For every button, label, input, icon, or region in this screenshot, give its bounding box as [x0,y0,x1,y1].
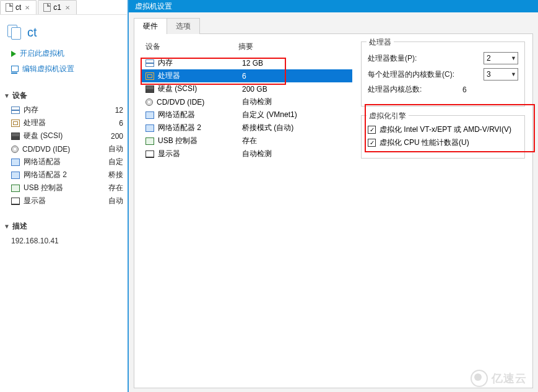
vm-icon [7,25,22,40]
tab-c1[interactable]: c1 ✕ [38,0,77,14]
description-section-header[interactable]: ▼ 描述 [0,207,127,234]
device-label: 处理器 [24,118,115,128]
cpu-icon [11,120,20,127]
section-title: 设备 [12,90,27,101]
close-icon[interactable]: ✕ [24,4,31,11]
start-vm-action[interactable]: 开启此虚拟机 [0,46,127,61]
edit-vm-action[interactable]: 编辑虚拟机设置 [0,61,127,77]
settings-panel: 设备 摘要 内存12 GB处理器6硬盘 (SCSI)200 GBCD/DVD (… [134,33,533,388]
description-text: 192.168.10.41 [0,234,127,245]
tab-hardware[interactable]: 硬件 [134,19,167,34]
device-row[interactable]: 网络适配器 2桥接 [4,168,123,181]
device-summary: 自动检测 [242,149,272,159]
vt-checkbox-row[interactable]: ✓ 虚拟化 Intel VT-x/EPT 或 AMD-V/RVI(V) [368,124,518,135]
cd-icon [145,98,153,106]
device-summary: 自定义 (VMnet1) [242,110,297,120]
action-label: 编辑虚拟机设置 [22,64,74,74]
tab-options[interactable]: 选项 [167,19,199,34]
checkbox-icon: ✓ [368,126,376,134]
device-label: CD/DVD (IDE) [22,145,105,154]
device-label: 硬盘 (SCSI) [158,84,197,94]
device-table-row[interactable]: USB 控制器存在 [142,134,352,147]
device-value: 桥接 [108,170,123,180]
net-icon [145,124,154,132]
device-list: 内存12处理器6硬盘 (SCSI)200CD/DVD (IDE)自动网络适配器自… [0,103,127,207]
disp-icon [11,198,20,205]
device-value: 6 [119,119,123,128]
device-table-body: 内存12 GB处理器6硬盘 (SCSI)200 GBCD/DVD (IDE)自动… [142,56,352,160]
usb-icon [11,185,20,192]
cd-icon [11,146,19,153]
vm-settings-dialog: 虚拟机设置 硬件 选项 设备 摘要 内存12 GB处理器6硬盘 (SCSI)20… [128,0,538,392]
device-label: 处理器 [158,71,180,81]
perf-checkbox-row[interactable]: ✓ 虚拟化 CPU 性能计数器(U) [368,137,518,148]
processor-count-select[interactable]: 2 ▼ [484,52,518,64]
action-label: 开启此虚拟机 [20,48,64,59]
play-icon [11,51,16,57]
device-row[interactable]: CD/DVD (IDE)自动 [4,142,123,155]
select-value: 2 [487,54,491,63]
tab-ct[interactable]: ct ✕ [0,0,37,14]
device-table-row[interactable]: 处理器6 [142,69,352,82]
device-value: 200 [111,132,123,141]
document-icon [43,3,51,12]
device-label: USB 控制器 [158,136,197,146]
section-title: 描述 [12,221,27,232]
mem-icon [11,107,20,114]
device-table-row[interactable]: 网络适配器自定义 (VMnet1) [142,108,352,121]
device-table-row[interactable]: 显示器自动检测 [142,147,352,160]
checkbox-label: 虚拟化 CPU 性能计数器(U) [380,137,469,148]
device-row[interactable]: 网络适配器自定 [4,155,123,168]
device-label: USB 控制器 [24,183,105,193]
disp-icon [145,150,154,158]
device-summary: 200 GB [242,85,267,94]
cores-per-processor-row: 每个处理器的内核数量(C): 3 ▼ [368,68,518,81]
library-panel: ct ✕ c1 ✕ ct 开启此虚拟机 编辑虚拟机设置 ▼ 设备 内存12处理器… [0,0,127,392]
net-icon [11,159,20,166]
device-summary: 12 GB [242,59,263,68]
device-label: CD/DVD (IDE) [157,98,204,107]
device-row[interactable]: 内存12 [4,103,123,116]
device-summary: 桥接模式 (自动) [242,123,293,133]
net-icon [145,111,154,119]
cpu-icon [145,72,154,80]
close-icon[interactable]: ✕ [64,4,71,11]
device-value: 自定 [108,157,123,167]
device-label: 网络适配器 [158,110,195,120]
device-label: 内存 [158,58,173,68]
device-value: 12 [115,106,123,115]
hd-icon [11,133,20,140]
dialog-titlebar[interactable]: 虚拟机设置 [129,0,538,12]
device-row[interactable]: 硬盘 (SCSI)200 [4,129,123,142]
tab-strip: ct ✕ c1 ✕ [0,0,127,15]
label: 处理器数量(P): [368,53,479,64]
checkbox-label: 虚拟化 Intel VT-x/EPT 或 AMD-V/RVI(V) [380,124,511,135]
chevron-down-icon: ▼ [511,71,516,77]
devices-section-header[interactable]: ▼ 设备 [0,77,127,103]
tab-label: c1 [53,3,61,12]
chevron-down-icon: ▼ [511,55,516,61]
tab-label: ct [15,3,21,12]
device-table-row[interactable]: 内存12 GB [142,56,352,69]
cores-select[interactable]: 3 ▼ [484,68,518,81]
device-row[interactable]: 显示器自动 [4,194,123,207]
device-label: 显示器 [24,196,105,206]
dialog-title: 虚拟机设置 [135,1,172,12]
device-table-row[interactable]: CD/DVD (IDE)自动检测 [142,95,352,108]
device-label: 硬盘 (SCSI) [24,131,107,141]
device-table-row[interactable]: 硬盘 (SCSI)200 GB [142,82,352,95]
device-table-row[interactable]: 网络适配器 2桥接模式 (自动) [142,121,352,134]
hd-icon [145,85,154,93]
edit-icon [11,66,19,73]
device-row[interactable]: 处理器6 [4,116,123,129]
virtualization-group: 虚拟化引擎 ✓ 虚拟化 Intel VT-x/EPT 或 AMD-V/RVI(V… [361,115,525,159]
device-row[interactable]: USB 控制器存在 [4,181,123,194]
col-device: 设备 [145,41,238,52]
label: 每个处理器的内核数量(C): [368,69,479,80]
settings-detail: 处理器 处理器数量(P): 2 ▼ 每个处理器的内核数量(C): 3 ▼ [361,41,525,380]
device-label: 内存 [24,105,111,115]
device-label: 显示器 [158,149,180,159]
cloud-icon [471,370,488,387]
device-table: 设备 摘要 内存12 GB处理器6硬盘 (SCSI)200 GBCD/DVD (… [142,41,352,380]
device-table-header: 设备 摘要 [142,41,352,56]
